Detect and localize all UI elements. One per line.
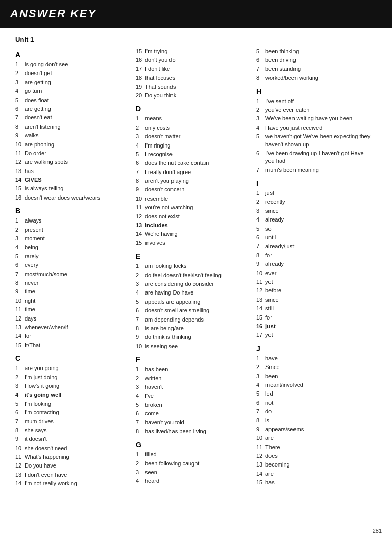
list-item: 12Do you have [15, 462, 131, 470]
answer-text: meant/involved [265, 381, 372, 389]
answer-text: has lived/has been living [145, 428, 251, 435]
answer-text: Have you just received [265, 124, 372, 132]
answer-number: 8 [15, 427, 24, 434]
list-item: 7do [256, 408, 372, 415]
list-item: 4being [15, 243, 131, 251]
answer-text: recently [265, 198, 372, 206]
list-item: 15involves [136, 239, 251, 247]
answer-text: come [145, 410, 251, 418]
list-item: 6not [256, 399, 372, 407]
list-item: 14are [256, 470, 372, 478]
list-item: 11There [256, 444, 372, 451]
list-item: 7most/much/some [15, 271, 131, 278]
answer-number: 6 [256, 150, 265, 165]
list-item: 2written [136, 375, 251, 382]
section-c: C [15, 354, 131, 362]
list-item: 5so [256, 225, 372, 233]
answer-number: 6 [256, 234, 265, 241]
list-item: 3haven't [136, 383, 251, 391]
list-item: 4Have you just received [256, 124, 372, 132]
answer-number: 13 [15, 324, 24, 331]
answer-number: 8 [15, 279, 24, 287]
answer-text: doesn't eat [24, 114, 131, 121]
answer-text: resemble [145, 195, 251, 203]
answer-text: becoming [265, 461, 372, 469]
answer-number: 12 [256, 452, 265, 460]
answer-text: I'm not really working [24, 480, 131, 487]
answer-number: 1 [136, 115, 145, 122]
list-item: 8never [15, 279, 131, 287]
answer-text: moment [24, 235, 131, 242]
list-item: 4already [256, 216, 372, 224]
list-item: 8aren't you playing [136, 177, 251, 185]
answer-number: 5 [136, 298, 145, 306]
list-item: 10resemble [136, 195, 251, 203]
list-item: 18that focuses [136, 74, 251, 82]
answer-number: 10 [15, 141, 24, 149]
answer-number: 9 [136, 186, 145, 193]
list-item: 5appeals are appealing [136, 298, 251, 306]
header-title: ANSWER KEY [10, 7, 96, 20]
list-item: 7been standing [256, 65, 372, 73]
list-item: 12does not exist [136, 213, 251, 220]
answer-number: 10 [15, 297, 24, 305]
answer-text: still [265, 305, 372, 312]
list-item: 5I'm looking [15, 400, 131, 408]
answer-number: 8 [136, 428, 145, 435]
section-j: J [256, 345, 372, 353]
answer-text: she says [24, 427, 131, 434]
answer-text: are walking spots [24, 158, 131, 166]
answer-text: are getting [24, 79, 131, 86]
answer-text: already/just [265, 242, 372, 250]
answer-number: 4 [15, 391, 24, 399]
answer-number: 3 [136, 133, 145, 140]
answer-text: walks [24, 132, 131, 139]
list-item: 15It/That [15, 341, 131, 349]
list-item: 8for [256, 252, 372, 259]
list-item: 16don't you do [136, 56, 251, 64]
answer-number: 3 [256, 207, 265, 215]
answer-text: I'm contacting [24, 409, 131, 416]
list-item: 5I recognise [136, 151, 251, 158]
answer-text: already [265, 216, 372, 224]
list-item: 9appears/seems [256, 426, 372, 433]
answer-number: 7 [256, 166, 265, 174]
answer-number: 6 [136, 410, 145, 418]
list-item: 3How's it going [15, 382, 131, 390]
answer-text: yet [265, 278, 372, 286]
answer-number: 7 [256, 65, 265, 73]
answer-number: 11 [15, 150, 24, 157]
answer-number: 4 [256, 124, 265, 132]
answer-number: 2 [15, 226, 24, 234]
column-1: A1is going don't see2doesn't get3are get… [15, 45, 136, 489]
answer-text: for [265, 314, 372, 322]
answer-number: 8 [256, 416, 265, 424]
answer-number: 2 [256, 106, 265, 114]
answer-number: 13 [256, 296, 265, 304]
answer-text: days [24, 315, 131, 323]
list-item: 7I really don't agree [136, 168, 251, 176]
answer-number: 1 [136, 262, 145, 270]
answer-text: right [24, 297, 131, 305]
answer-text: doesn't matter [145, 133, 251, 140]
answer-text: been [265, 373, 372, 380]
list-item: 2present [15, 226, 131, 234]
list-item: 4meant/involved [256, 381, 372, 389]
answer-text: does the nut cake contain [145, 159, 251, 167]
answer-text: that focuses [145, 74, 251, 82]
answer-number: 14 [136, 230, 145, 238]
answer-number: 7 [15, 418, 24, 425]
answer-text: I'm trying [145, 47, 251, 55]
answer-text: I really don't agree [145, 168, 251, 176]
list-item: 14We're having [136, 230, 251, 238]
answer-text: aren't listening [24, 123, 131, 131]
answer-number: 5 [15, 253, 24, 260]
list-item: 13has [15, 167, 131, 175]
list-item: 6I've been drawing up I haven't got Have… [256, 150, 372, 165]
answer-number: 3 [256, 115, 265, 122]
answer-text: has [24, 167, 131, 175]
list-item: 3We've been waiting have you been [256, 115, 372, 122]
list-item: 2recently [256, 198, 372, 206]
list-item: 13I don't even have [15, 471, 131, 479]
list-item: 13since [256, 296, 372, 304]
